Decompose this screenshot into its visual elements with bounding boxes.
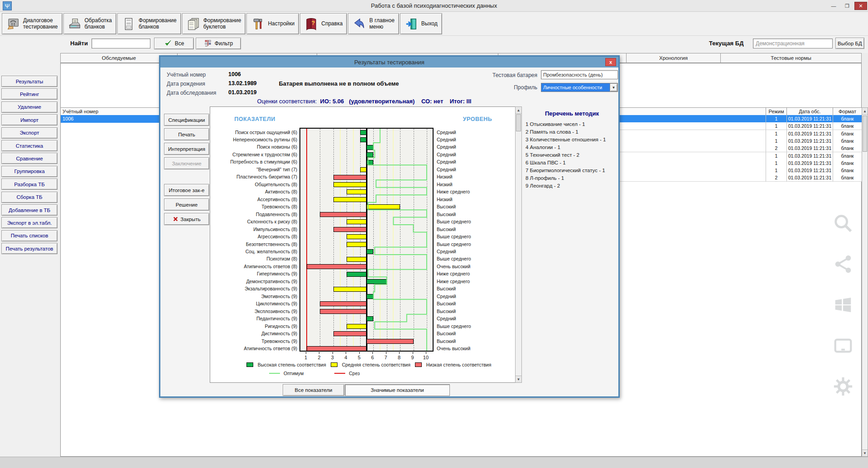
- table-cell-format[interactable]: бланк: [833, 145, 862, 152]
- legend-line-line-green: [269, 373, 280, 374]
- table-cell-format[interactable]: бланк: [833, 174, 862, 182]
- table-cell-mode[interactable]: 1: [766, 167, 787, 174]
- sidebar-item-8[interactable]: Группировка: [1, 166, 58, 177]
- chart-row-label: "Вечерний" тип (7): [211, 166, 297, 173]
- battery-input[interactable]: [541, 70, 618, 79]
- share-icon: [833, 254, 854, 275]
- chart-scrollbar[interactable]: ▲ ▼: [515, 106, 522, 383]
- table-cell-date[interactable]: 01.03.2019 11:21:31: [787, 167, 833, 174]
- chart-scrollbar-thumb[interactable]: [516, 114, 521, 131]
- dialog-titlebar[interactable]: Результаты тестирования: [160, 57, 618, 68]
- tab-testovye-normy[interactable]: Тестовые нормы: [721, 53, 862, 63]
- all-indicators-button[interactable]: Все показатели: [283, 384, 344, 396]
- sidebar-item-1[interactable]: Результаты: [1, 76, 58, 87]
- overlay-tablet-icon[interactable]: [833, 335, 854, 357]
- table-cell-format[interactable]: бланк: [833, 122, 862, 130]
- chart-row-label: Экзальтированность (9): [211, 285, 297, 292]
- table-cell-format[interactable]: бланк: [833, 130, 862, 138]
- filter-button[interactable]: Фильтр: [196, 38, 241, 49]
- dialog-button-интерпретация[interactable]: Интерпретация: [164, 143, 209, 155]
- overlay-gear-icon[interactable]: [833, 376, 854, 398]
- table-cell-mode[interactable]: 2: [766, 145, 787, 152]
- sidebar-item-14[interactable]: Печать результатов: [1, 243, 58, 254]
- sidebar-item-3[interactable]: Удаление: [1, 101, 58, 113]
- table-scrollbar[interactable]: ▲ ▼: [862, 107, 868, 457]
- overlay-magnifier-icon[interactable]: [833, 213, 854, 235]
- table-cell-date[interactable]: 01.03.2019 11:21:31: [787, 115, 833, 123]
- toolbar-button-3[interactable]: Формирование бланков: [117, 13, 181, 34]
- legend-label: Высокая степень соответствия: [258, 362, 326, 367]
- dropdown-icon[interactable]: ▼: [610, 83, 617, 92]
- table-cell-format[interactable]: бланк: [833, 115, 862, 123]
- sidebar-item-4[interactable]: Импорт: [1, 114, 58, 125]
- dialog-button-закрыть[interactable]: Закрыть: [164, 213, 209, 225]
- sidebar-item-9[interactable]: Разборка ТБ: [1, 179, 58, 190]
- table-cell-mode[interactable]: 2: [766, 174, 787, 182]
- dialog-button-решение[interactable]: Решение: [164, 198, 209, 211]
- axis-tick-label: 3: [328, 355, 338, 360]
- axis-tick: [319, 352, 319, 354]
- sidebar-item-11[interactable]: Добавление в ТБ: [1, 204, 58, 216]
- table-cell-date[interactable]: 01.03.2019 11:21:31: [787, 122, 833, 130]
- toolbar-button-7[interactable]: В главное меню: [348, 13, 399, 34]
- toolbar-button-label: Формирование бланков: [139, 18, 177, 30]
- table-cell-date[interactable]: 01.03.2019 11:21:31: [787, 159, 833, 167]
- table-cell-mode[interactable]: 1: [766, 152, 787, 160]
- toolbar-button-6[interactable]: ?Справка: [300, 13, 347, 34]
- significant-indicators-button[interactable]: Значимые показатели: [345, 384, 450, 396]
- dialog-button-печать[interactable]: Печать: [164, 128, 209, 140]
- toolbar-button-5[interactable]: Настройки: [246, 13, 299, 34]
- sidebar-item-2[interactable]: Рейтинг: [1, 88, 58, 100]
- gridline-5: [360, 129, 361, 351]
- tab-hronologiya[interactable]: Хронология: [627, 53, 721, 63]
- table-cell-date[interactable]: 01.03.2019 11:21:31: [787, 174, 833, 182]
- toolbar-button-1[interactable]: Диалоговое тестирование: [2, 13, 63, 34]
- overlay-windows-icon[interactable]: [833, 294, 854, 316]
- sidebar-item-13[interactable]: Печать списков: [1, 230, 58, 241]
- dialog-button-итоговое-зак-е[interactable]: Итоговое зак-е: [164, 184, 209, 196]
- table-scrollbar-thumb[interactable]: [863, 116, 867, 152]
- sidebar-item-5[interactable]: Экспорт: [1, 127, 58, 139]
- maximize-button[interactable]: ❐: [841, 2, 854, 10]
- toolbar-button-2[interactable]: Обработка бланков: [63, 13, 117, 34]
- table-cell-mode[interactable]: 1: [766, 115, 787, 123]
- table-cell-date[interactable]: 01.03.2019 11:21:31: [787, 130, 833, 138]
- sidebar-item-10[interactable]: Сборка ТБ: [1, 192, 58, 203]
- toolbar-button-4[interactable]: Формирование буклетов: [182, 13, 246, 34]
- overlay-share-icon[interactable]: [833, 254, 854, 275]
- toolbar-button-8[interactable]: Выход: [400, 13, 442, 34]
- scroll-down-icon[interactable]: ▼: [862, 449, 868, 456]
- choose-db-button[interactable]: Выбор БД: [835, 38, 864, 49]
- sidebar-item-6[interactable]: Статистика: [1, 140, 58, 151]
- table-cell-format[interactable]: бланк: [833, 159, 862, 167]
- table-cell-mode[interactable]: 1: [766, 130, 787, 138]
- dialog-button-спецификации[interactable]: Спецификации: [164, 114, 209, 126]
- minimize-button[interactable]: —: [827, 2, 840, 10]
- current-db-input[interactable]: [753, 39, 833, 48]
- table-cell-date[interactable]: 01.03.2019 11:21:31: [787, 152, 833, 160]
- chart-bar: [366, 279, 386, 284]
- table-cell-mode[interactable]: 1: [766, 122, 787, 130]
- table-cell-mode[interactable]: 1: [766, 159, 787, 167]
- column-header-mode[interactable]: Режим: [766, 107, 787, 116]
- sidebar-item-12[interactable]: Экспорт в эл.табл.: [1, 217, 58, 228]
- dialog-close-button[interactable]: x: [605, 58, 616, 66]
- column-header-format[interactable]: Формат: [833, 107, 862, 116]
- all-button[interactable]: Все: [154, 38, 194, 49]
- chart-row-level: Низкий: [437, 173, 518, 180]
- table-cell-format[interactable]: бланк: [833, 137, 862, 145]
- axis-tick: [426, 352, 426, 354]
- close-button[interactable]: ✕: [854, 2, 867, 10]
- profile-combobox[interactable]: Личностные особенности ▼: [541, 83, 618, 92]
- table-cell-mode[interactable]: 1: [766, 137, 787, 145]
- table-cell-format[interactable]: бланк: [833, 167, 862, 174]
- search-input[interactable]: [92, 39, 150, 48]
- chart-scroll-down-icon[interactable]: ▼: [516, 376, 521, 382]
- table-cell-date[interactable]: 01.03.2019 11:21:31: [787, 137, 833, 145]
- chart-scroll-up-icon[interactable]: ▲: [516, 107, 521, 114]
- sidebar-item-7[interactable]: Сравнение: [1, 153, 58, 164]
- column-header-date[interactable]: Дата обс.: [787, 107, 833, 116]
- table-cell-date[interactable]: 01.03.2019 11:21:31: [787, 145, 833, 152]
- scroll-up-icon[interactable]: ▲: [862, 108, 868, 115]
- table-cell-format[interactable]: бланк: [833, 152, 862, 160]
